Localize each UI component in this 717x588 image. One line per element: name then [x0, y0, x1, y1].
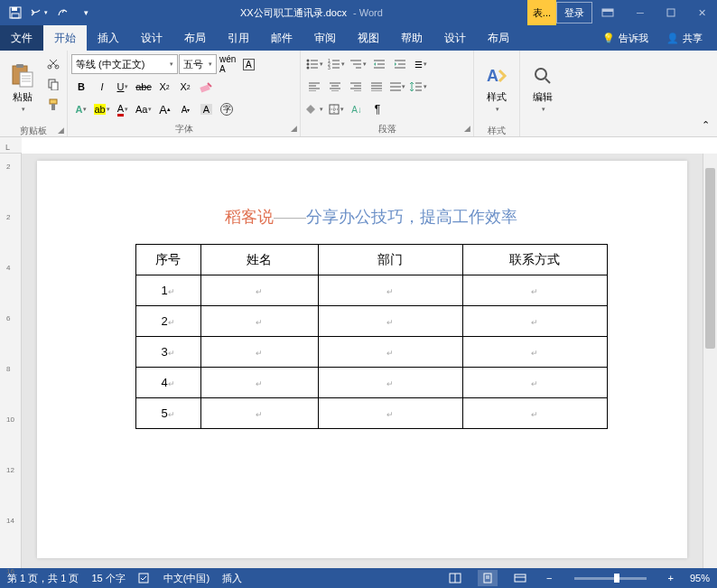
header-cell[interactable]: 部门 — [318, 245, 462, 275]
superscript-button[interactable]: X2 — [175, 77, 195, 97]
tab-table-layout[interactable]: 布局 — [477, 25, 520, 51]
zoom-level[interactable]: 95% — [690, 573, 710, 583]
collapse-ribbon-button[interactable]: ⌃ — [695, 115, 715, 135]
subscript-button[interactable]: X2 — [154, 77, 174, 97]
numbering-button[interactable]: 123▾ — [326, 54, 347, 74]
paste-button[interactable]: 粘贴 ▾ — [4, 53, 42, 122]
borders-button[interactable]: ▾ — [326, 99, 346, 119]
cell-name[interactable]: ↵ — [200, 337, 318, 368]
line-spacing-button[interactable]: ▾ — [408, 77, 429, 97]
tab-references[interactable]: 引用 — [217, 25, 260, 51]
page-number-status[interactable]: 第 1 页，共 1 页 — [7, 572, 79, 585]
align-center-button[interactable] — [325, 77, 345, 97]
cell-seq[interactable]: 3↵ — [135, 337, 200, 368]
table-row[interactable]: 1↵↵↵↵ — [135, 275, 607, 306]
redo-button[interactable] — [52, 3, 72, 23]
distributed-button[interactable]: ▾ — [387, 77, 407, 97]
font-size-dropdown[interactable]: 五号▾ — [179, 54, 217, 74]
vertical-ruler[interactable]: 2246810121416 — [0, 154, 22, 568]
tell-me-button[interactable]: 💡告诉我 — [593, 25, 657, 51]
undo-button[interactable]: ▾ — [29, 3, 49, 23]
tab-help[interactable]: 帮助 — [390, 25, 433, 51]
cell-contact[interactable]: ↵ — [462, 368, 607, 398]
word-count-status[interactable]: 15 个字 — [91, 572, 125, 585]
char-shading-button[interactable]: A — [196, 99, 216, 119]
contact-table[interactable]: 序号 姓名 部门 联系方式 1↵↵↵↵2↵↵↵↵3↵↵↵↵4↵↵↵↵5↵↵↵↵ — [135, 244, 608, 429]
table-row[interactable]: 4↵↵↵↵ — [135, 368, 607, 398]
underline-button[interactable]: U▾ — [113, 77, 133, 97]
cell-name[interactable]: ↵ — [200, 275, 318, 306]
header-cell[interactable]: 姓名 — [200, 245, 318, 275]
insert-mode-status[interactable]: 插入 — [222, 572, 242, 585]
font-name-dropdown[interactable]: 等线 (中文正文)▾ — [71, 54, 178, 74]
cell-dept[interactable]: ↵ — [318, 337, 462, 368]
ribbon-options-button[interactable] — [594, 2, 621, 23]
cut-button[interactable] — [43, 53, 63, 73]
tab-file[interactable]: 文件 — [0, 25, 43, 51]
tab-mailings[interactable]: 邮件 — [260, 25, 303, 51]
cell-name[interactable]: ↵ — [200, 368, 318, 398]
align-justify-button[interactable] — [367, 77, 386, 97]
cell-contact[interactable]: ↵ — [462, 337, 607, 368]
clear-formatting-button[interactable] — [196, 77, 216, 97]
web-layout-button[interactable] — [510, 570, 530, 586]
increase-indent-button[interactable] — [390, 54, 410, 74]
vertical-scrollbar[interactable] — [703, 154, 717, 568]
cell-name[interactable]: ↵ — [200, 398, 318, 429]
tab-home[interactable]: 开始 — [43, 25, 87, 51]
print-layout-button[interactable] — [478, 570, 498, 586]
maximize-button[interactable] — [656, 0, 686, 25]
read-mode-button[interactable] — [445, 570, 465, 586]
document-area[interactable]: 稻客说——分享办公技巧，提高工作效率 序号 姓名 部门 联系方式 1↵↵↵↵2↵… — [22, 154, 703, 568]
zoom-out-button[interactable]: − — [543, 573, 555, 583]
cell-seq[interactable]: 4↵ — [135, 368, 200, 398]
save-button[interactable] — [5, 3, 25, 23]
cell-dept[interactable]: ↵ — [318, 306, 462, 337]
zoom-slider-thumb[interactable] — [614, 574, 619, 583]
copy-button[interactable] — [43, 74, 63, 94]
grow-font-button[interactable]: A▴ — [154, 99, 174, 119]
cell-contact[interactable]: ↵ — [462, 306, 607, 337]
shading-button[interactable]: ▾ — [304, 99, 325, 119]
strikethrough-button[interactable]: abc — [134, 77, 154, 97]
decrease-indent-button[interactable] — [369, 54, 389, 74]
font-color-button[interactable]: A▾ — [113, 99, 133, 119]
editing-button[interactable]: 编辑 ▾ — [524, 53, 562, 122]
zoom-in-button[interactable]: + — [665, 573, 677, 583]
cell-dept[interactable]: ↵ — [318, 368, 462, 398]
multilevel-list-button[interactable]: ▾ — [348, 54, 368, 74]
table-header-row[interactable]: 序号 姓名 部门 联系方式 — [135, 245, 607, 275]
cell-seq[interactable]: 5↵ — [135, 398, 200, 429]
cell-contact[interactable]: ↵ — [462, 275, 607, 306]
cell-contact[interactable]: ↵ — [462, 398, 607, 429]
shrink-font-button[interactable]: A▾ — [175, 99, 195, 119]
format-painter-button[interactable] — [43, 95, 63, 115]
spellcheck-icon[interactable] — [138, 573, 151, 583]
show-marks-button[interactable]: ¶ — [368, 99, 387, 119]
clipboard-dialog-launcher[interactable]: ◢ — [58, 126, 64, 135]
cell-dept[interactable]: ↵ — [318, 398, 462, 429]
font-dialog-launcher[interactable]: ◢ — [291, 124, 297, 133]
tab-table-design[interactable]: 设计 — [433, 25, 477, 51]
paragraph-dialog-launcher[interactable]: ◢ — [464, 124, 470, 133]
tab-view[interactable]: 视图 — [347, 25, 390, 51]
styles-button[interactable]: A 样式 ▾ — [478, 53, 516, 122]
char-border-button[interactable]: A — [238, 54, 258, 74]
qat-customize-button[interactable]: ▾ — [76, 3, 96, 23]
phonetic-guide-button[interactable]: wénA — [218, 54, 237, 74]
language-status[interactable]: 中文(中国) — [163, 572, 210, 585]
cell-seq[interactable]: 2↵ — [135, 306, 200, 337]
page[interactable]: 稻客说——分享办公技巧，提高工作效率 序号 姓名 部门 联系方式 1↵↵↵↵2↵… — [37, 161, 687, 558]
cell-name[interactable]: ↵ — [200, 306, 318, 337]
cell-seq[interactable]: 1↵ — [135, 275, 200, 306]
tab-layout[interactable]: 布局 — [173, 25, 217, 51]
enclose-char-button[interactable]: 字 — [217, 99, 237, 119]
highlight-button[interactable]: ab▾ — [92, 99, 112, 119]
table-row[interactable]: 5↵↵↵↵ — [135, 398, 607, 429]
cell-dept[interactable]: ↵ — [318, 275, 462, 306]
scrollbar-thumb[interactable] — [705, 168, 715, 349]
document-title[interactable]: 稻客说——分享办公技巧，提高工作效率 — [109, 206, 633, 228]
table-row[interactable]: 2↵↵↵↵ — [135, 306, 607, 337]
asian-layout-button[interactable]: ☰▾ — [411, 54, 431, 74]
minimize-button[interactable]: ─ — [625, 0, 656, 25]
